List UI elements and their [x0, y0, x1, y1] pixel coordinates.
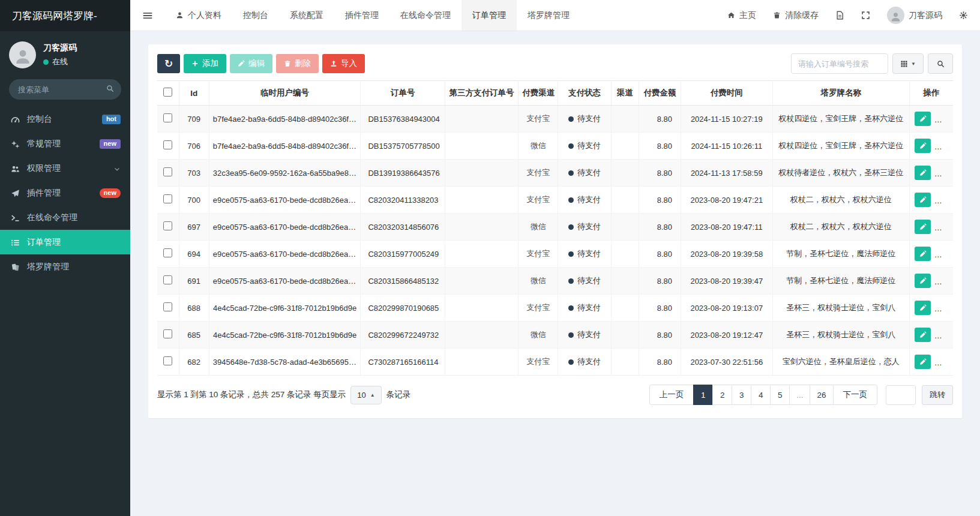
- sidebar-toggle-button[interactable]: [130, 0, 165, 31]
- cell-pay-status: 待支付: [558, 241, 611, 268]
- row-edit-button[interactable]: [915, 166, 931, 180]
- row-checkbox[interactable]: [163, 194, 172, 203]
- jump-page-input[interactable]: [886, 385, 916, 405]
- tab-online-command[interactable]: 在线命令管理: [389, 0, 461, 31]
- row-edit-button[interactable]: [915, 274, 931, 288]
- page-size-dropdown[interactable]: 10 ▲: [350, 386, 381, 404]
- row-delete-button[interactable]: [936, 193, 952, 207]
- trash-icon: [940, 169, 947, 176]
- next-page-button[interactable]: 下一页: [833, 385, 878, 405]
- row-delete-button[interactable]: [936, 220, 952, 234]
- import-button[interactable]: 导入: [322, 54, 365, 73]
- row-edit-button[interactable]: [915, 247, 931, 261]
- cell-select: [157, 214, 179, 241]
- row-edit-button[interactable]: [915, 328, 931, 342]
- row-edit-button[interactable]: [915, 355, 931, 369]
- row-delete-button[interactable]: [936, 274, 952, 288]
- row-checkbox[interactable]: [163, 275, 172, 284]
- columns-dropdown-button[interactable]: ▼: [892, 53, 924, 74]
- row-edit-button[interactable]: [915, 112, 931, 126]
- row-delete-button[interactable]: [936, 301, 952, 315]
- page-button[interactable]: 5: [770, 385, 790, 405]
- tab-plugins[interactable]: 插件管理: [334, 0, 389, 31]
- col-pay-time: 付费时间: [681, 81, 772, 106]
- cell-pay-channel: 支付宝: [519, 160, 558, 187]
- jump-button[interactable]: 跳转: [922, 385, 953, 405]
- plus-icon: [191, 60, 199, 67]
- trash-icon: [940, 196, 947, 203]
- row-delete-button[interactable]: [936, 328, 952, 342]
- cell-select: [157, 268, 179, 295]
- fullscreen-button[interactable]: [853, 0, 879, 31]
- row-edit-button[interactable]: [915, 220, 931, 234]
- home-link[interactable]: 主页: [719, 0, 765, 31]
- user-name: 刀客源码: [43, 43, 77, 53]
- docs-link[interactable]: [827, 0, 853, 31]
- cell-id: 694: [179, 241, 209, 268]
- prev-page-button[interactable]: 上一页: [649, 385, 694, 405]
- avatar: [887, 7, 904, 24]
- cell-temp-user-id: e9ce0575-aa63-6170-bede-dcd8b26eaaca: [209, 268, 361, 295]
- row-delete-button[interactable]: [936, 247, 952, 261]
- cell-actions: [910, 241, 953, 268]
- page-button[interactable]: 26: [810, 385, 833, 405]
- cell-pay-channel: 支付宝: [519, 349, 558, 376]
- search-button[interactable]: [928, 53, 953, 74]
- hamburger-icon: [142, 10, 153, 21]
- delete-button[interactable]: 删除: [276, 54, 319, 73]
- tab-orders[interactable]: 订单管理: [461, 0, 517, 31]
- row-checkbox[interactable]: [163, 329, 172, 338]
- page-button[interactable]: 3: [732, 385, 751, 405]
- row-checkbox[interactable]: [163, 113, 172, 122]
- sidebar-item-console[interactable]: 控制台 hot: [0, 107, 130, 131]
- sidebar-item-online-command[interactable]: 在线命令管理: [0, 205, 130, 230]
- pencil-icon: [919, 115, 927, 122]
- row-delete-button[interactable]: [936, 139, 952, 153]
- cell-third-party-no: [445, 106, 518, 133]
- tab-profile[interactable]: 个人资料: [165, 0, 232, 31]
- person-icon: [14, 48, 32, 66]
- col-amount: 付费金额: [639, 81, 681, 106]
- clear-cache-link[interactable]: 清除缓存: [765, 0, 827, 31]
- add-button[interactable]: 添加: [184, 54, 226, 73]
- page-button[interactable]: 2: [712, 385, 732, 405]
- sidebar-item-plugins[interactable]: 插件管理 new: [0, 181, 130, 205]
- sidebar-item-permissions[interactable]: 权限管理: [0, 156, 130, 181]
- row-checkbox[interactable]: [163, 302, 172, 311]
- order-search-input[interactable]: [791, 53, 888, 74]
- pencil-icon: [919, 277, 927, 284]
- row-delete-button[interactable]: [936, 112, 952, 126]
- col-tarot-names: 塔罗牌名称: [772, 81, 910, 106]
- row-edit-button[interactable]: [915, 301, 931, 315]
- edit-button[interactable]: 编辑: [230, 54, 272, 73]
- table-row: 688 4e4c5cad-72be-c9f6-31f8-7012b19b6d9e…: [157, 295, 953, 322]
- tab-tarot[interactable]: 塔罗牌管理: [517, 0, 580, 31]
- row-delete-button[interactable]: [936, 355, 952, 369]
- row-edit-button[interactable]: [915, 139, 931, 153]
- sidebar-item-orders[interactable]: 订单管理: [0, 230, 130, 254]
- page-button[interactable]: 4: [751, 385, 771, 405]
- row-checkbox[interactable]: [163, 356, 172, 365]
- sidebar-item-general[interactable]: 常规管理 new: [0, 131, 130, 156]
- cell-temp-user-id: e9ce0575-aa63-6170-bede-dcd8b26eaaca: [209, 187, 361, 214]
- refresh-button[interactable]: ↻: [157, 54, 180, 73]
- topbar-right: 主页 清除缓存 刀客源码: [719, 0, 980, 31]
- settings-button[interactable]: [951, 0, 980, 31]
- row-checkbox[interactable]: [163, 167, 172, 176]
- sidebar-item-tarot[interactable]: 塔罗牌管理: [0, 254, 130, 279]
- caret-up-icon: ▲: [370, 392, 375, 398]
- row-checkbox[interactable]: [163, 221, 172, 230]
- cell-channel: [611, 268, 639, 295]
- new-badge: new: [100, 188, 121, 198]
- col-pay-channel: 付费渠道: [519, 81, 558, 106]
- account-menu[interactable]: 刀客源码: [879, 0, 951, 31]
- row-checkbox[interactable]: [163, 248, 172, 257]
- select-all-checkbox[interactable]: [163, 88, 172, 97]
- tab-system-config[interactable]: 系统配置: [279, 0, 334, 31]
- row-checkbox[interactable]: [163, 140, 172, 149]
- row-delete-button[interactable]: [936, 166, 952, 180]
- row-edit-button[interactable]: [915, 193, 931, 207]
- page-button[interactable]: 1: [693, 385, 713, 405]
- menu-search-input[interactable]: [9, 79, 121, 100]
- tab-console[interactable]: 控制台: [232, 0, 279, 31]
